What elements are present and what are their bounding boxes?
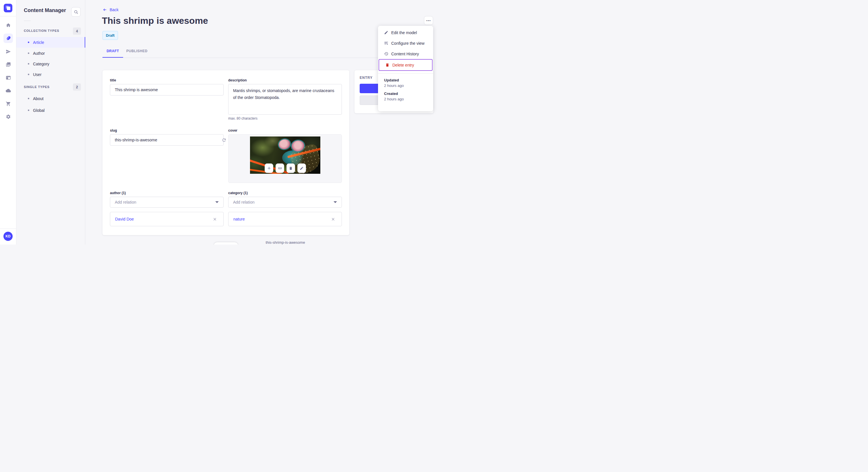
- menu-item-label: Content History: [391, 52, 419, 56]
- remove-author-relation-button[interactable]: [213, 217, 217, 222]
- menu-item-delete-entry[interactable]: Delete entry: [379, 60, 432, 70]
- sidebar-item-article[interactable]: Article: [17, 37, 85, 47]
- menu-item-label: Edit the model: [391, 30, 417, 35]
- menu-item-edit-the-model[interactable]: Edit the model: [378, 27, 433, 38]
- trash-icon: [385, 63, 390, 67]
- search-icon: [74, 10, 79, 14]
- home-icon: [6, 23, 11, 28]
- cover-asset-box: this-shrimp-is-awesome: [228, 134, 342, 183]
- edit-asset-button[interactable]: [298, 164, 306, 173]
- tab-published[interactable]: PUBLISHED: [123, 49, 151, 53]
- trash-icon: [289, 166, 293, 170]
- sidebar-item-category[interactable]: Category: [17, 59, 85, 69]
- slug-input[interactable]: [110, 134, 224, 146]
- bullet-icon: [28, 53, 29, 54]
- focused-item-ring: Delete entry: [379, 59, 433, 71]
- slug-field-label: slug: [110, 129, 117, 133]
- relation-link-author[interactable]: David Doe: [115, 217, 134, 222]
- close-icon: [213, 217, 217, 222]
- section-single-types: SINGLE TYPES: [24, 85, 50, 89]
- chevron-down-icon: [334, 201, 337, 203]
- arrow-left-icon: [102, 7, 107, 12]
- ellipsis-icon: ⋯: [426, 19, 431, 23]
- sidebar-item-label: Global: [33, 108, 44, 113]
- floating-bottom-pill[interactable]: [214, 242, 238, 245]
- nav-marketplace[interactable]: [3, 99, 13, 108]
- nav-media-library[interactable]: [3, 60, 13, 69]
- nav-content-manager[interactable]: [3, 34, 13, 43]
- history-icon: [384, 52, 389, 56]
- collection-types-count-badge: 4: [73, 28, 81, 35]
- nav-settings[interactable]: [3, 112, 13, 121]
- sidebar-item-global[interactable]: Global: [17, 105, 85, 115]
- category-field-label: category (1): [228, 191, 248, 195]
- nav-content-type-builder[interactable]: [3, 73, 13, 82]
- sidebar-item-author[interactable]: Author: [17, 48, 85, 59]
- description-hint: max. 80 characters: [228, 116, 257, 121]
- user-avatar[interactable]: KD: [3, 232, 12, 241]
- sidebar-item-label: Author: [33, 51, 45, 56]
- menu-item-configure-the-view[interactable]: Configure the view: [378, 38, 433, 48]
- entry-panel-title: ENTRY: [360, 76, 373, 80]
- sidebar-item-label: Category: [33, 62, 50, 66]
- relation-link-category[interactable]: nature: [234, 217, 245, 222]
- author-relation-item: David Doe: [110, 212, 224, 226]
- bullet-icon: [28, 74, 29, 75]
- media-gallery-icon: [6, 62, 11, 67]
- sidebar-item-user[interactable]: User: [17, 69, 85, 80]
- list-settings-icon: [384, 41, 389, 45]
- nav-home[interactable]: [3, 20, 13, 30]
- nav-deploy[interactable]: [3, 86, 13, 95]
- back-link[interactable]: Back: [102, 7, 119, 12]
- layout-panel-icon: [6, 75, 11, 80]
- cover-actions-toolbar: [265, 164, 306, 173]
- author-field-label: author (1): [110, 191, 126, 195]
- combobox-placeholder: Add relation: [233, 200, 255, 204]
- shopping-cart-icon: [6, 101, 11, 106]
- page-title: This shrimp is awesome: [102, 15, 208, 26]
- rail-divider: [0, 229, 16, 229]
- menu-item-content-history[interactable]: Content History: [378, 48, 433, 59]
- close-icon: [331, 217, 335, 222]
- sidebar-item-label: User: [33, 72, 42, 77]
- strapi-logo-icon[interactable]: [4, 4, 12, 12]
- sidebar-item-about[interactable]: About: [17, 93, 85, 104]
- title-field-label: title: [110, 78, 116, 82]
- updated-value: 2 hours ago: [384, 83, 427, 88]
- bullet-icon: [28, 42, 29, 43]
- more-actions-button[interactable]: ⋯: [424, 16, 433, 25]
- tab-draft[interactable]: DRAFT: [102, 49, 123, 53]
- sidebar-search-button[interactable]: [71, 7, 81, 16]
- chevron-down-icon: [215, 201, 219, 203]
- combobox-placeholder: Add relation: [115, 200, 136, 204]
- regenerate-slug-button[interactable]: [221, 137, 226, 142]
- entry-meta: Updated 2 hours ago Created 2 hours ago: [378, 74, 433, 101]
- section-collection-types: COLLECTION TYPES: [24, 29, 59, 32]
- pencil-icon: [384, 30, 389, 35]
- sidebar-divider: [24, 21, 31, 21]
- bullet-icon: [28, 98, 29, 99]
- sidebar-item-label: About: [33, 96, 43, 101]
- delete-asset-button[interactable]: [286, 164, 295, 173]
- add-asset-button[interactable]: [265, 164, 273, 173]
- created-value: 2 hours ago: [384, 97, 427, 101]
- copy-link-button[interactable]: [276, 164, 284, 173]
- nav-releases[interactable]: [3, 47, 13, 56]
- remove-category-relation-button[interactable]: [331, 217, 335, 222]
- description-textarea[interactable]: Mantis shrimps, or stomatopods, are mari…: [228, 84, 342, 115]
- menu-item-label: Delete entry: [392, 63, 414, 67]
- nav-brand-section: [0, 0, 16, 16]
- category-relation-combobox[interactable]: Add relation: [228, 197, 342, 208]
- slug-field-wrapper: [110, 134, 224, 146]
- pencil-icon: [300, 166, 304, 170]
- main-nav-rail: KD: [0, 0, 17, 245]
- title-input[interactable]: [110, 84, 224, 96]
- feather-icon: [6, 36, 11, 41]
- author-relation-combobox[interactable]: Add relation: [110, 197, 224, 208]
- paper-plane-icon: [6, 49, 11, 54]
- single-types-count-badge: 2: [73, 83, 81, 91]
- back-label: Back: [110, 7, 119, 12]
- gear-icon: [6, 114, 11, 119]
- bullet-icon: [28, 63, 29, 65]
- content-manager-sidebar: Content Manager COLLECTION TYPES 4 Artic…: [17, 0, 85, 245]
